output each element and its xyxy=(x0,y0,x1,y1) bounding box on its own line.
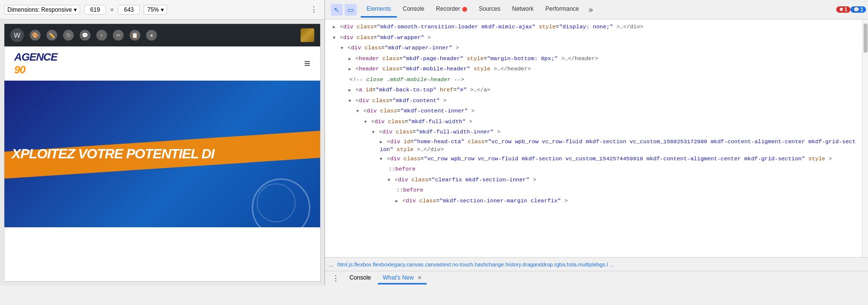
tree-line[interactable]: <div class="mkdf-section-inner-margin cl… xyxy=(325,196,862,206)
tree-line[interactable]: <div class="mkdf-smooth-transition-loade… xyxy=(325,22,862,32)
scrollbar-thumb[interactable] xyxy=(864,23,868,53)
tree-line[interactable]: <div id="home-head-cta" class="vc_row wp… xyxy=(325,137,862,154)
collapse-icon[interactable] xyxy=(364,120,367,125)
tree-scrollbar[interactable] xyxy=(862,20,868,257)
more-tabs-button[interactable]: » xyxy=(585,3,597,16)
collapse-icon[interactable] xyxy=(380,140,382,145)
height-input[interactable] xyxy=(118,5,140,15)
tree-line[interactable]: <div class="mkdf-content" > xyxy=(325,95,862,106)
hero-section: XPLOITEZ VOTRE POTENTIEL DI xyxy=(4,81,320,227)
refresh-icon: ↻ xyxy=(63,30,74,41)
site-header: AGENCE 90 ≡ xyxy=(4,46,320,81)
error-icon: ✖ xyxy=(839,7,843,12)
avatar xyxy=(301,28,314,42)
collapse-icon[interactable] xyxy=(341,46,343,51)
collapse-icon[interactable] xyxy=(348,57,351,62)
hamburger-button[interactable]: ≡ xyxy=(304,57,310,70)
zoom-label: 75% xyxy=(147,6,159,13)
hero-text: XPLOITEZ VOTRE POTENTIEL DI xyxy=(4,147,221,162)
tab-console[interactable]: Console xyxy=(397,1,430,18)
wordpress-icon: W xyxy=(10,28,24,42)
close-whats-new-button[interactable]: ✕ xyxy=(417,275,422,281)
collapse-icon[interactable] xyxy=(333,36,335,41)
logo-agence: AGENCE xyxy=(14,51,57,63)
collapse-icon[interactable] xyxy=(348,88,351,93)
status-ellipsis: ... xyxy=(329,261,333,267)
collapse-icon[interactable] xyxy=(395,199,398,204)
more-options-button[interactable]: ⋮ xyxy=(307,4,321,15)
wp-admin-bar: W 🎨 ✏️ ↻ 💬 + ✏ 📋 ● xyxy=(4,24,320,46)
dot-icon: ● xyxy=(146,30,157,41)
message-icon: 💬 xyxy=(853,7,859,12)
site-logo: AGENCE 90 xyxy=(14,51,57,76)
preview-panel: Dimensions: Responsive ▾ × 75% ▾ ⋮ W 🎨 ✏… xyxy=(0,0,325,285)
tree-line: ::before xyxy=(325,164,862,174)
tab-sources[interactable]: Sources xyxy=(473,1,506,18)
hero-circle2-decoration xyxy=(257,183,296,222)
tab-whats-new[interactable]: What's New ✕ xyxy=(378,272,427,284)
chevron-down-icon: ▾ xyxy=(74,6,77,13)
devtools-content-area: <div class="mkdf-smooth-transition-loade… xyxy=(325,20,868,257)
tree-line[interactable]: <div class="mkdf-full-width" > xyxy=(325,116,862,127)
preview-toolbar: Dimensions: Responsive ▾ × 75% ▾ ⋮ xyxy=(0,0,325,20)
tab-elements[interactable]: Elements xyxy=(361,1,397,18)
tree-line[interactable]: <div class="mkdf-full-width-inner" > xyxy=(325,127,862,137)
comment-icon: 💬 xyxy=(80,30,90,41)
collapse-icon[interactable] xyxy=(372,130,374,135)
collapse-icon[interactable] xyxy=(348,67,351,72)
error-badge: ✖ 1 xyxy=(836,6,850,13)
collapse-icon[interactable] xyxy=(348,99,351,104)
console-tabs-bar: ⋮ Console What's New ✕ xyxy=(325,271,868,285)
device-toggle-button[interactable]: ▭ xyxy=(345,4,357,16)
tab-console-bottom[interactable]: Console xyxy=(345,272,376,284)
status-path-text[interactable]: html.js.flexbox.flexboxlegacy.canvas.can… xyxy=(337,261,864,267)
clipboard-icon: 📋 xyxy=(130,30,140,41)
zoom-dropdown[interactable]: 75% ▾ xyxy=(144,5,167,15)
inspect-element-button[interactable]: ↖ xyxy=(331,4,343,16)
devtools-statusbar: ... html.js.flexbox.flexboxlegacy.canvas… xyxy=(325,257,868,271)
edit-icon: ✏️ xyxy=(46,30,57,41)
html-tree: <div class="mkdf-smooth-transition-loade… xyxy=(325,20,862,257)
tree-line: ::before xyxy=(325,185,862,196)
dimensions-dropdown[interactable]: Dimensions: Responsive ▾ xyxy=(4,5,80,15)
avatar-image xyxy=(301,28,314,42)
devtools-panel: ↖ ▭ Elements Console Recorder 🔴 Sources … xyxy=(325,0,868,285)
tree-line[interactable]: <header class="mkdf-mobile-header" style… xyxy=(325,64,862,74)
devtools-tabs-bar: ↖ ▭ Elements Console Recorder 🔴 Sources … xyxy=(325,0,868,20)
tree-line: <!-- close .mkdf-mobile-header --> xyxy=(325,74,862,85)
tree-line[interactable]: <a id="mkdf-back-to-top" href="#" >…</a> xyxy=(325,85,862,95)
devtools-toolbar-icons: ↖ ▭ xyxy=(327,4,361,16)
edit2-icon: ✏ xyxy=(113,30,124,41)
customize-icon: 🎨 xyxy=(30,30,41,41)
tab-recorder[interactable]: Recorder 🔴 xyxy=(430,1,473,18)
console-menu-button[interactable]: ⋮ xyxy=(329,273,343,284)
tab-network[interactable]: Network xyxy=(506,1,540,18)
logo-90: 90 xyxy=(14,64,25,76)
tree-line[interactable]: <div class="mkdf-content-inner" > xyxy=(325,106,862,116)
tree-line[interactable]: <div class="mkdf-wrapper-inner" > xyxy=(325,43,862,53)
tree-line[interactable]: <div class="vc_row wpb_row vc_row-fluid … xyxy=(325,154,862,164)
website-preview: W 🎨 ✏️ ↻ 💬 + ✏ 📋 ● AGENCE 90 xyxy=(4,23,321,282)
tab-performance[interactable]: Performance xyxy=(540,1,585,18)
collapse-icon[interactable] xyxy=(380,157,382,162)
collapse-icon[interactable] xyxy=(356,109,359,114)
width-input[interactable] xyxy=(84,5,106,15)
tree-line[interactable]: <header class="mkdf-page-header" style="… xyxy=(325,53,862,64)
add-icon: + xyxy=(96,30,107,41)
tree-line[interactable]: <div class="clearfix mkdf-section-inner"… xyxy=(325,174,862,185)
collapse-icon[interactable] xyxy=(333,25,335,30)
message-badge: 💬 1 xyxy=(850,6,866,13)
collapse-icon[interactable] xyxy=(388,178,390,183)
dimension-separator: × xyxy=(110,6,114,14)
dimensions-label: Dimensions: Responsive xyxy=(7,6,72,13)
chevron-down-icon: ▾ xyxy=(161,6,164,13)
tree-line[interactable]: <div class="mkdf-wrapper" > xyxy=(325,32,862,43)
